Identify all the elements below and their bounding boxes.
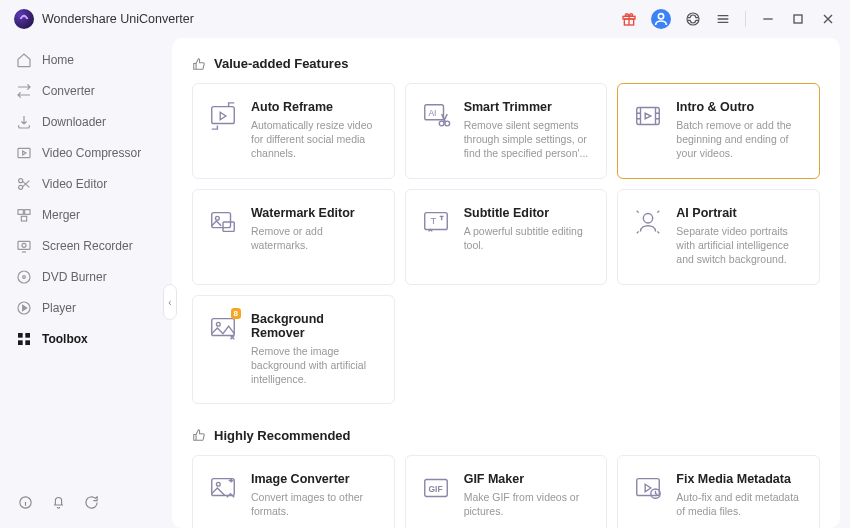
- titlebar-actions: [621, 9, 836, 29]
- svg-rect-18: [18, 340, 23, 345]
- feedback-icon[interactable]: [84, 495, 99, 510]
- auto-reframe-icon: [207, 100, 239, 132]
- sidebar-item-downloader[interactable]: Downloader: [0, 106, 172, 137]
- card-background-remover[interactable]: 8 Background Remover Remove the image ba…: [192, 295, 395, 404]
- compressor-icon: [16, 145, 32, 161]
- sidebar-item-merger[interactable]: Merger: [0, 199, 172, 230]
- card-gif-maker[interactable]: GIF GIF Maker Make GIF from videos or pi…: [405, 455, 608, 528]
- sidebar-item-converter[interactable]: Converter: [0, 75, 172, 106]
- card-title: Intro & Outro: [676, 100, 805, 114]
- sidebar-item-video-editor[interactable]: Video Editor: [0, 168, 172, 199]
- section-title: Highly Recommended: [214, 428, 351, 443]
- sidebar-item-label: DVD Burner: [42, 270, 107, 284]
- sidebar-item-screen-recorder[interactable]: Screen Recorder: [0, 230, 172, 261]
- watermark-icon: [207, 206, 239, 238]
- divider: [745, 11, 746, 27]
- gift-icon[interactable]: [621, 11, 637, 27]
- card-desc: Remove or add watermarks.: [251, 224, 380, 252]
- card-grid-value-added: Auto Reframe Automatically resize video …: [192, 83, 820, 404]
- card-auto-reframe[interactable]: Auto Reframe Automatically resize video …: [192, 83, 395, 179]
- svg-text:T: T: [430, 216, 436, 226]
- card-grid-recommended: Image Converter Convert images to other …: [192, 455, 820, 528]
- sidebar-item-label: Home: [42, 53, 74, 67]
- svg-point-29: [216, 216, 220, 220]
- svg-point-13: [18, 271, 30, 283]
- card-title: Background Remover: [251, 312, 380, 340]
- card-title: AI Portrait: [676, 206, 805, 220]
- svg-text:AI: AI: [428, 108, 436, 118]
- sidebar-item-toolbox[interactable]: Toolbox: [0, 323, 172, 354]
- svg-point-12: [22, 243, 26, 247]
- sidebar-item-label: Video Editor: [42, 177, 107, 191]
- svg-rect-16: [18, 333, 23, 338]
- svg-point-25: [445, 121, 450, 126]
- sidebar-item-label: Player: [42, 301, 76, 315]
- support-icon[interactable]: [685, 11, 701, 27]
- card-image-converter[interactable]: Image Converter Convert images to other …: [192, 455, 395, 528]
- gif-icon: GIF: [420, 472, 452, 504]
- sidebar: Home Converter Downloader Video Compress…: [0, 38, 172, 528]
- bg-remover-icon: 8: [207, 312, 239, 344]
- main-layout: Home Converter Downloader Video Compress…: [0, 38, 850, 528]
- svg-point-7: [19, 185, 23, 189]
- smart-trimmer-icon: AI: [420, 100, 452, 132]
- card-subtitle-editor[interactable]: T Subtitle Editor A powerful subtitle ed…: [405, 189, 608, 285]
- section-title: Value-added Features: [214, 56, 348, 71]
- card-title: Subtitle Editor: [464, 206, 593, 220]
- sidebar-item-label: Screen Recorder: [42, 239, 133, 253]
- svg-rect-21: [212, 107, 235, 124]
- sidebar-bottom: [0, 483, 172, 522]
- card-smart-trimmer[interactable]: AI Smart Trimmer Remove silent segments …: [405, 83, 608, 179]
- content-wrap: ‹ Value-added Features Auto Reframe Auto…: [172, 38, 850, 528]
- titlebar: Wondershare UniConverter: [0, 0, 850, 38]
- svg-rect-11: [18, 241, 30, 249]
- svg-rect-10: [21, 216, 26, 221]
- bell-icon[interactable]: [51, 495, 66, 510]
- section-header-recommended: Highly Recommended: [192, 428, 820, 443]
- minimize-icon[interactable]: [760, 11, 776, 27]
- sidebar-item-label: Converter: [42, 84, 95, 98]
- section-header-value-added: Value-added Features: [192, 56, 820, 71]
- sidebar-item-video-compressor[interactable]: Video Compressor: [0, 137, 172, 168]
- thumb-icon: [192, 428, 206, 442]
- card-desc: Remove the image background with artific…: [251, 344, 380, 387]
- image-converter-icon: [207, 472, 239, 504]
- card-desc: Separate video portraits with artificial…: [676, 224, 805, 267]
- home-icon: [16, 52, 32, 68]
- svg-rect-8: [18, 209, 23, 214]
- sidebar-item-home[interactable]: Home: [0, 44, 172, 75]
- card-title: Watermark Editor: [251, 206, 380, 220]
- card-ai-portrait[interactable]: AI Portrait Separate video portraits wit…: [617, 189, 820, 285]
- ai-portrait-icon: [632, 206, 664, 238]
- app-logo: [14, 9, 34, 29]
- sidebar-item-label: Merger: [42, 208, 80, 222]
- card-desc: A powerful subtitle editing tool.: [464, 224, 593, 252]
- card-fix-metadata[interactable]: Fix Media Metadata Auto-fix and edit met…: [617, 455, 820, 528]
- menu-icon[interactable]: [715, 11, 731, 27]
- converter-icon: [16, 83, 32, 99]
- svg-rect-17: [25, 333, 30, 338]
- card-intro-outro[interactable]: Intro & Outro Batch remove or add the be…: [617, 83, 820, 179]
- svg-point-34: [216, 322, 220, 326]
- card-title: Smart Trimmer: [464, 100, 593, 114]
- account-icon[interactable]: [651, 9, 671, 29]
- card-title: Fix Media Metadata: [676, 472, 805, 486]
- svg-point-6: [19, 178, 23, 182]
- badge-icon: 8: [231, 308, 241, 319]
- svg-text:GIF: GIF: [428, 483, 442, 493]
- collapse-sidebar-button[interactable]: ‹: [163, 284, 177, 320]
- svg-point-36: [216, 482, 220, 486]
- card-desc: Convert images to other formats.: [251, 490, 380, 518]
- card-title: Image Converter: [251, 472, 380, 486]
- recorder-icon: [16, 238, 32, 254]
- toolbox-icon: [16, 331, 32, 347]
- maximize-icon[interactable]: [790, 11, 806, 27]
- close-icon[interactable]: [820, 11, 836, 27]
- sidebar-item-player[interactable]: Player: [0, 292, 172, 323]
- sidebar-item-dvd-burner[interactable]: DVD Burner: [0, 261, 172, 292]
- svg-rect-5: [18, 148, 30, 157]
- info-icon[interactable]: [18, 495, 33, 510]
- card-watermark-editor[interactable]: Watermark Editor Remove or add watermark…: [192, 189, 395, 285]
- metadata-icon: [632, 472, 664, 504]
- svg-point-32: [644, 214, 653, 223]
